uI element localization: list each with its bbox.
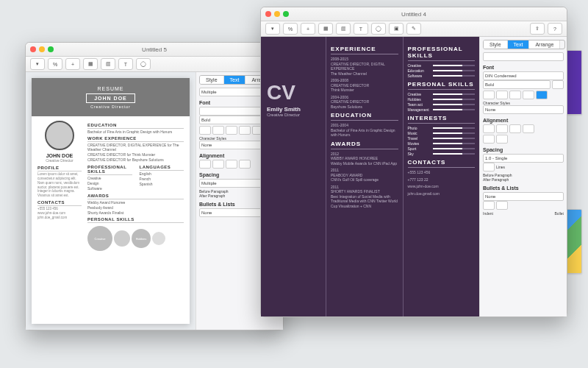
award-desc: Webby Mobile Awards for CNN iPad App (331, 161, 397, 166)
indent-stepper[interactable] (483, 201, 495, 210)
tips-button[interactable]: ? (548, 23, 562, 35)
pro-skills-heading: PROFESSIONAL SKILLS (408, 46, 476, 59)
titlebar[interactable]: Untitled 4 (261, 7, 567, 21)
font-weight-select[interactable]: Bold (199, 116, 267, 124)
bold-button[interactable] (483, 91, 495, 99)
document-canvas[interactable]: CV Emily Smith Creative Director EXPERIE… (261, 37, 479, 316)
table-button[interactable]: ▦ (83, 58, 98, 70)
strike-button[interactable] (239, 126, 251, 135)
close-icon[interactable] (265, 11, 271, 17)
align-right-button[interactable] (226, 160, 237, 169)
zoom-icon[interactable] (283, 11, 289, 17)
toolbar: ▾ % + ▦ ▥ T ◯ (26, 57, 283, 72)
award-item: Peabody Award (87, 205, 184, 210)
exp-dates: 2008-2015 (331, 57, 348, 61)
contact-line: john.doe.gmail.com (408, 191, 476, 197)
skill-item: Design (87, 181, 132, 185)
comment-button[interactable]: ✎ (406, 23, 421, 35)
align-center-button[interactable] (212, 160, 224, 169)
skill-bar (433, 148, 476, 149)
shape-button[interactable]: ◯ (136, 58, 151, 70)
contact-line: +555 123 456 (408, 170, 476, 175)
skill-name: Creative (408, 63, 430, 68)
exp-dates: 2006-2008 (331, 78, 348, 82)
titlebar[interactable]: Untitled 5 (26, 43, 283, 57)
paragraph-style[interactable] (483, 52, 564, 61)
bullet-stepper[interactable] (496, 201, 508, 210)
lines-label: Lines (496, 165, 505, 169)
media-button[interactable]: ▣ (389, 23, 404, 35)
document-canvas[interactable]: RESUME JOHN DOE Creative Director JOHN D… (26, 72, 196, 330)
interest-name: Movies (408, 141, 430, 146)
minimize-icon[interactable] (274, 11, 280, 17)
font-family-select[interactable]: DIN Condensed (483, 71, 564, 80)
banner-label: RESUME (98, 86, 124, 91)
view-button[interactable]: ▾ (265, 23, 280, 35)
pages-window-resume: Untitled 5 ▾ % + ▦ ▥ T ◯ RESUME JOHN DOE… (25, 42, 284, 330)
close-icon[interactable] (30, 46, 36, 52)
tab-arrange[interactable]: Arrange (529, 40, 560, 49)
skill-bar (433, 153, 476, 155)
indent-label: Indent (483, 211, 493, 216)
cv-role: Creative Director (267, 113, 320, 117)
underline-button[interactable] (226, 126, 237, 135)
align-center-button[interactable] (496, 124, 508, 133)
zoom-button[interactable]: % (48, 58, 62, 70)
align-left-button[interactable] (199, 160, 211, 169)
text-button[interactable]: T (118, 58, 133, 70)
shape-button[interactable]: ◯ (371, 23, 386, 35)
char-styles-select[interactable]: None (483, 105, 564, 114)
award-title: SHORTY AWARDS FINALIST (331, 189, 380, 194)
bold-button[interactable] (199, 126, 211, 135)
tab-style[interactable]: Style (484, 40, 508, 49)
align-left-button[interactable] (483, 124, 495, 133)
insert-button[interactable]: + (301, 23, 315, 35)
align-justify-button[interactable] (239, 160, 251, 169)
award-title: PEABODY AWARD (331, 173, 362, 177)
window-title: Untitled 5 (142, 46, 167, 53)
tab-text[interactable]: Text (224, 76, 246, 84)
chart-button[interactable]: ▥ (101, 58, 115, 70)
outdent-button[interactable] (483, 135, 495, 144)
strike-button[interactable] (523, 91, 534, 99)
share-button[interactable]: ⇪ (530, 23, 545, 35)
view-button[interactable]: ▾ (30, 58, 45, 70)
interest-name: Music (408, 131, 430, 135)
text-color-swatch[interactable] (536, 91, 548, 99)
tab-style[interactable]: Style (200, 76, 224, 84)
insert-button[interactable]: + (65, 58, 80, 70)
exp-title: CREATIVE DIRECTOR, DIGITAL EXPERIENCE (331, 62, 385, 71)
table-button[interactable]: ▦ (318, 23, 333, 35)
zoom-button[interactable]: % (283, 23, 298, 35)
align-justify-button[interactable] (523, 124, 534, 133)
bullets-select[interactable]: None (483, 192, 564, 201)
exp-where: Bayshore Solutions (331, 105, 362, 109)
skill-bar (433, 99, 476, 100)
zoom-icon[interactable] (48, 46, 54, 52)
resume-page: RESUME JOHN DOE Creative Director JOHN D… (32, 78, 190, 324)
font-weight-select[interactable]: Bold (483, 80, 551, 89)
contacts-heading: CONTACTS (37, 200, 82, 206)
edu-text: Bachelor of Fine Arts in Graphic Design … (331, 128, 395, 138)
text-button[interactable]: T (354, 23, 368, 35)
exp-dates: 2004-2006 (331, 95, 348, 99)
chart-button[interactable]: ▥ (336, 23, 351, 35)
align-right-button[interactable] (509, 124, 521, 133)
italic-button[interactable] (496, 91, 508, 99)
spacing-stepper[interactable] (483, 163, 495, 171)
line-spacing-select[interactable]: 1.0 - Single (483, 154, 564, 163)
italic-button[interactable] (212, 126, 224, 135)
toolbar: ▾ % + ▦ ▥ T ◯ ▣ ✎ ⇪ ? (261, 21, 567, 37)
underline-button[interactable] (509, 91, 521, 99)
avatar (45, 121, 74, 150)
award-desc: CNN's Gulf Oil Spill coverage (331, 177, 379, 182)
font-size-stepper[interactable] (552, 80, 564, 89)
skill-name: Management (408, 107, 430, 112)
minimize-icon[interactable] (39, 46, 45, 52)
lang-item: English (140, 171, 184, 176)
skill-name: Team act (408, 102, 430, 107)
indent-button[interactable] (496, 135, 508, 144)
awards-heading: AWARDS (87, 194, 184, 199)
tab-text[interactable]: Text (508, 40, 530, 49)
bubble (114, 230, 130, 247)
